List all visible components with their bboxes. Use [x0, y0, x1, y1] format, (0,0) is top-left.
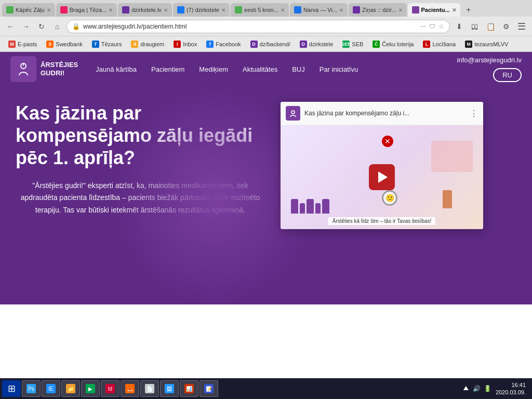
taskbar-app-📁[interactable]: 📁 — [61, 380, 80, 397]
bookmark-dz/backend/[interactable]: Ddz/backend/ — [246, 39, 295, 49]
browser-tab-tab2[interactable]: Braga | Tēza...✕ — [56, 3, 117, 17]
taskbar-app-IE[interactable]: IE — [42, 380, 60, 397]
bookmark-dzirkstele[interactable]: Ddzirkstele — [296, 39, 337, 49]
taskbar-app-icon: 📁 — [66, 384, 75, 393]
video-logo — [286, 106, 300, 121]
browser-bar: ← → ↻ ⌂ 🔒 www.arstejiesgudri.lv/pacienti… — [0, 17, 532, 36]
nav-link-buj[interactable]: BUJ — [285, 62, 312, 76]
bookmark-icon: d — [131, 41, 138, 48]
taskbar-app-icon: IE — [46, 384, 56, 393]
tab-favicon — [177, 6, 184, 14]
star-icon[interactable]: ☆ — [438, 23, 444, 30]
video-title: Kas jāzina par kompensējamo zāļu i... — [304, 110, 466, 117]
bookmark-icon: D — [250, 41, 258, 48]
taskbar-app-📊[interactable]: 📊 — [180, 380, 198, 397]
speaker-icon[interactable]: 🔊 — [473, 385, 481, 392]
logo-icon — [10, 56, 36, 82]
tab-close-icon[interactable]: ✕ — [47, 7, 51, 13]
video-decoration-box — [431, 141, 473, 172]
bookmark-čeku-loterija[interactable]: ČČeku loterija — [368, 39, 418, 49]
browser-menu-button[interactable]: ☰ — [515, 20, 528, 33]
home-button[interactable]: ⌂ — [51, 20, 63, 33]
taskbar-app-🦊[interactable]: 🦊 — [121, 380, 139, 397]
taskbar-app-▶[interactable]: ▶ — [81, 380, 100, 397]
site-logo[interactable]: ĀRSTĒJIES GUDRI! — [10, 56, 78, 82]
bookmark-tezaursmlvv[interactable]: MtezaursMLVV — [461, 39, 512, 49]
security-icon: 🔒 — [72, 23, 80, 30]
tab-close-icon[interactable]: ✕ — [281, 7, 285, 13]
browser-tab-tab8[interactable]: Pacientu...✕ — [408, 3, 460, 17]
bookmark-icon: M — [465, 41, 472, 48]
history-button[interactable]: 📋 — [484, 20, 497, 33]
contact-email: info@arstejiesgudri.lv — [457, 56, 522, 64]
new-tab-button[interactable]: + — [461, 3, 476, 17]
taskbar-app-📝[interactable]: 📝 — [200, 380, 218, 397]
bookmark-icon: S — [46, 41, 54, 48]
taskbar-apps: PsIE📁▶Id🦊📄🖼📊📝 — [22, 380, 458, 397]
bookmark-swedbank[interactable]: SSwedbank — [42, 39, 86, 49]
hero-section: Kas jāzina par kompensējamo zāļu iegādi … — [0, 86, 532, 304]
bookmark-label: Facebook — [216, 41, 241, 47]
bookmark-label: Čeku loterija — [382, 41, 414, 47]
nav-links: Jaunā kārtībaPacientiemMediķiemAktualitā… — [88, 62, 457, 76]
nav-link-jaunā-kārtība[interactable]: Jaunā kārtība — [88, 62, 144, 76]
taskbar-right: 🔊 🔋 16:41 2020.03.09. — [459, 381, 530, 396]
bookmark-icon: f — [206, 41, 214, 48]
bookmark-locīšana[interactable]: LLocīšana — [419, 39, 460, 49]
forward-button[interactable]: → — [20, 20, 32, 33]
bookmarks-button[interactable]: 🕮 — [469, 20, 481, 33]
browser-tab-tab5[interactable]: eesti 5 kron...✕ — [231, 3, 289, 17]
bookmark-seb[interactable]: SEBSEB — [338, 39, 367, 49]
bookmark-icon: L — [423, 41, 430, 48]
taskbar-app-Ps[interactable]: Ps — [22, 380, 41, 397]
hero-text: Kas jāzina par kompensējamo zāļu iegādi … — [16, 102, 265, 217]
tab-close-icon[interactable]: ✕ — [221, 7, 225, 13]
reload-button[interactable]: ↻ — [35, 20, 48, 33]
bookmark-inbox[interactable]: IInbox — [169, 39, 201, 49]
nav-link-aktualitātes[interactable]: Aktualitātes — [235, 62, 285, 76]
taskbar-app-icon: 📊 — [184, 384, 194, 393]
tab-close-icon[interactable]: ✕ — [164, 7, 168, 13]
bookmark-label: dzirkstele — [309, 41, 333, 47]
back-button[interactable]: ← — [4, 20, 17, 33]
language-ru-button[interactable]: RU — [493, 68, 522, 82]
nav-link-pacientiem[interactable]: Pacientiem — [144, 62, 192, 76]
bookmark-label: dz/backend/ — [260, 41, 290, 47]
taskbar-notify-icon — [463, 386, 469, 391]
bookmark-label: Tēzaurs — [101, 41, 122, 47]
bookmark-facebook[interactable]: fFacebook — [202, 39, 245, 49]
settings-button[interactable]: ⚙ — [500, 20, 512, 33]
hero-description: "Ārstējies gudri!" eksperti atzīst, ka, … — [16, 180, 265, 217]
more-icon[interactable]: ⋯ — [420, 23, 426, 30]
browser-tab-tab3[interactable]: dzirkstele.lv✕ — [118, 3, 171, 17]
start-button[interactable]: ⊞ — [2, 380, 21, 397]
website-content: ĀRSTĒJIES GUDRI! Jaunā kārtībaPacientiem… — [0, 52, 532, 378]
video-thumbnail[interactable]: ✕ 🙁 Ārstēties kā līdz šim – tās ir Tavas… — [281, 125, 483, 229]
nav-link-mediķiem[interactable]: Mediķiem — [192, 62, 235, 76]
browser-tab-tab6[interactable]: Narva — Vi...✕ — [290, 3, 348, 17]
video-bottles — [291, 199, 329, 214]
video-options-icon[interactable]: ⋮ — [470, 109, 478, 118]
address-bar[interactable]: 🔒 www.arstejiesgudri.lv/pacientiem.html … — [66, 20, 450, 33]
bookmark-draugiem[interactable]: ddraugiem — [127, 39, 168, 49]
tab-close-icon[interactable]: ✕ — [109, 7, 113, 13]
video-header: Kas jāzina par kompensējamo zāļu i... ⋮ — [281, 102, 483, 125]
taskbar-app-Id[interactable]: Id — [101, 380, 119, 397]
bookmark-tēzaurs[interactable]: TTēzaurs — [88, 39, 126, 49]
bookmark-e-pasts[interactable]: ME-pasts — [4, 39, 41, 49]
taskbar-app-🖼[interactable]: 🖼 — [160, 380, 179, 397]
tab-close-icon[interactable]: ✕ — [452, 7, 456, 13]
download-button[interactable]: ⬇ — [453, 20, 466, 33]
video-container[interactable]: Kas jāzina par kompensējamo zāļu i... ⋮ … — [281, 102, 483, 229]
tab-favicon — [294, 6, 301, 14]
nav-link-par-iniciatīvu[interactable]: Par iniciatīvu — [312, 62, 365, 76]
tab-close-icon[interactable]: ✕ — [398, 7, 403, 13]
windows-taskbar: ⊞ PsIE📁▶Id🦊📄🖼📊📝 🔊 🔋 16:41 2020.03.09. — [0, 378, 532, 399]
taskbar-app-📄[interactable]: 📄 — [140, 380, 159, 397]
browser-tab-tab4[interactable]: (7) dzirkstele✕ — [173, 3, 230, 17]
browser-tab-tab1[interactable]: Kāpēc Zāļu✕ — [2, 3, 55, 17]
address-text: www.arstejiesgudri.lv/pacientiem.html — [83, 23, 417, 30]
browser-tab-tab7[interactable]: Ziņas :: dzir...✕ — [349, 3, 406, 17]
video-play-button[interactable] — [369, 164, 395, 190]
tab-close-icon[interactable]: ✕ — [339, 7, 343, 13]
